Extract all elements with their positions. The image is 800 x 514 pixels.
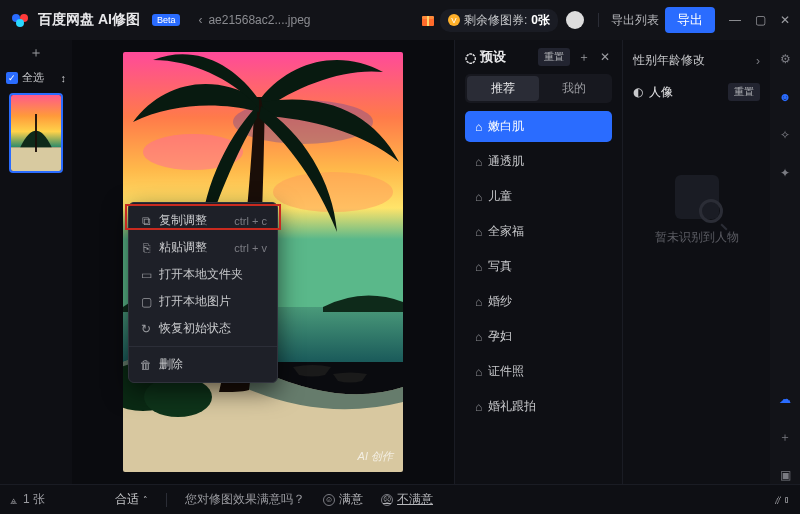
ctx-reset-state[interactable]: ↻ 恢复初始状态: [129, 315, 277, 342]
ctx-label: 打开本地文件夹: [159, 266, 243, 283]
tag-icon: ⌂: [475, 190, 482, 204]
preset-tags: ⌂嫩白肌 ⌂通透肌 ⌂儿童 ⌂全家福 ⌂写真 ⌂婚纱 ⌂孕妇 ⌂证件照 ⌂婚礼跟…: [465, 111, 612, 422]
ctx-label: 恢复初始状态: [159, 320, 231, 337]
ctx-open-image[interactable]: ▢ 打开本地图片: [129, 288, 277, 315]
prop-gender-age[interactable]: 性别年龄修改 ›: [633, 52, 760, 69]
image-icon: ▢: [139, 295, 153, 309]
copy-icon: ⧉: [139, 214, 153, 228]
svg-rect-10: [35, 114, 37, 152]
tab-mine[interactable]: 我的: [539, 76, 611, 101]
maximize-icon[interactable]: ▢: [755, 13, 766, 27]
mountain-icon: ⟁: [10, 493, 17, 507]
preset-reset-button[interactable]: 重置: [538, 48, 570, 66]
tag-item[interactable]: ⌂婚礼跟拍: [465, 391, 612, 422]
ctx-shortcut: ctrl + c: [234, 215, 267, 227]
export-list-link[interactable]: 导出列表: [611, 12, 659, 29]
separator: [166, 493, 167, 507]
coupon-area[interactable]: V 剩余修图券: 0张: [420, 9, 558, 32]
tag-icon: ⌂: [475, 330, 482, 344]
window-controls: ― ▢ ✕: [729, 13, 790, 27]
ctx-label: 粘贴调整: [159, 239, 207, 256]
ctx-delete[interactable]: 🗑 删除: [129, 351, 277, 378]
thumbnail-column: ＋ ✓ 全选 ↕: [0, 40, 72, 484]
tag-item[interactable]: ⌂儿童: [465, 181, 612, 212]
tag-item[interactable]: ⌂通透肌: [465, 146, 612, 177]
cloud-icon[interactable]: ☁: [776, 390, 794, 408]
sliders-icon[interactable]: ⚙: [776, 50, 794, 68]
feedback-question: 您对修图效果满意吗？: [185, 491, 305, 508]
portrait-reset-button[interactable]: 重置: [728, 83, 760, 101]
thumbnail-image: [11, 95, 61, 171]
ctx-paste-adjust[interactable]: ⎘ 粘贴调整 ctrl + v: [129, 234, 277, 261]
main-area: ＋ ✓ 全选 ↕: [0, 40, 800, 484]
coupon-pill: V 剩余修图券: 0张: [440, 9, 558, 32]
tag-item[interactable]: ⌂全家福: [465, 216, 612, 247]
svg-point-2: [16, 19, 24, 27]
bottom-bar: ⟁ 1 张 合适 ˄ 您对修图效果满意吗？ ☺满意 ☹不满意 ⫽▯: [0, 484, 800, 514]
frown-icon: ☹: [381, 494, 393, 506]
close-icon[interactable]: ✕: [780, 13, 790, 27]
preset-title: ◌ 预设: [465, 48, 506, 66]
tab-recommend[interactable]: 推荐: [467, 76, 539, 101]
feedback-yes[interactable]: ☺满意: [323, 491, 363, 508]
portrait-icon: ◐: [633, 85, 643, 99]
no-person-placeholder: 暂未识别到人物: [633, 175, 760, 246]
tag-item[interactable]: ⌂写真: [465, 251, 612, 282]
plus-icon[interactable]: ＋: [776, 428, 794, 446]
minimize-icon[interactable]: ―: [729, 13, 741, 27]
title-bar: 百度网盘 AI修图 Beta ‹ ae21568ac2....jpeg V 剩余…: [0, 0, 800, 40]
ctx-label: 删除: [159, 356, 183, 373]
ctx-copy-adjust[interactable]: ⧉ 复制调整 ctrl + c: [129, 207, 277, 234]
tag-item[interactable]: ⌂孕妇: [465, 321, 612, 352]
thumbnail-selected[interactable]: [9, 93, 63, 173]
chevron-left-icon[interactable]: ‹: [198, 13, 202, 27]
tag-icon: ⌂: [475, 155, 482, 169]
tag-item[interactable]: ⌂嫩白肌: [465, 111, 612, 142]
preset-tabs: 推荐 我的: [465, 74, 612, 103]
search-file-icon: [675, 175, 719, 219]
ctx-shortcut: ctrl + v: [234, 242, 267, 254]
avatar[interactable]: [566, 11, 584, 29]
svg-rect-5: [427, 16, 429, 26]
preset-close-button[interactable]: ✕: [598, 50, 612, 64]
face-icon[interactable]: ☻: [776, 88, 794, 106]
app-logo: 百度网盘 AI修图 Beta: [10, 10, 180, 30]
chevron-up-icon: ˄: [143, 495, 148, 505]
add-image-button[interactable]: ＋: [0, 44, 72, 62]
coupon-count: 0张: [531, 12, 550, 29]
canvas-area: AI 创作 ⧉ 复制调整 ctrl + c ⎘ 粘贴调整 ctrl + v ▭ …: [72, 40, 454, 484]
export-button[interactable]: 导出: [665, 7, 715, 33]
folder-icon: ▭: [139, 268, 153, 282]
undo-icon: ↻: [139, 322, 153, 336]
reorder-icon[interactable]: ↕: [61, 72, 67, 84]
properties-panel: 性别年龄修改 › ◐ 人像 重置 暂未识别到人物: [622, 40, 770, 484]
checkbox-checked-icon[interactable]: ✓: [6, 72, 18, 84]
ai-watermark: AI 创作: [358, 449, 393, 464]
svg-text:V: V: [451, 16, 457, 25]
preset-add-button[interactable]: ＋: [576, 49, 592, 66]
paste-icon: ⎘: [139, 241, 153, 255]
tag-item[interactable]: ⌂婚纱: [465, 286, 612, 317]
fit-control[interactable]: 合适 ˄: [115, 491, 148, 508]
tag-icon: ⌂: [475, 295, 482, 309]
svg-point-14: [273, 172, 393, 212]
select-all-row[interactable]: ✓ 全选 ↕: [0, 68, 72, 87]
chevron-right-icon: ›: [756, 54, 760, 68]
crop-icon[interactable]: ✧: [776, 126, 794, 144]
coupon-label: 剩余修图券:: [464, 12, 527, 29]
feedback-no[interactable]: ☹不满意: [381, 491, 433, 508]
sparkle-icon[interactable]: ✦: [776, 164, 794, 182]
svg-point-18: [144, 377, 212, 417]
ctx-open-folder[interactable]: ▭ 打开本地文件夹: [129, 261, 277, 288]
ctx-label: 复制调整: [159, 212, 207, 229]
file-name: ae21568ac2....jpeg: [208, 13, 310, 27]
ctx-label: 打开本地图片: [159, 293, 231, 310]
smile-icon: ☺: [323, 494, 335, 506]
image-count: ⟁ 1 张: [10, 491, 45, 508]
placeholder-text: 暂未识别到人物: [655, 229, 739, 246]
tag-item[interactable]: ⌂证件照: [465, 356, 612, 387]
layers-icon[interactable]: ▣: [776, 466, 794, 484]
compare-icon[interactable]: ⫽▯: [772, 493, 790, 507]
app-name: 百度网盘 AI修图: [38, 11, 140, 29]
breadcrumb: ‹ ae21568ac2....jpeg: [198, 13, 310, 27]
